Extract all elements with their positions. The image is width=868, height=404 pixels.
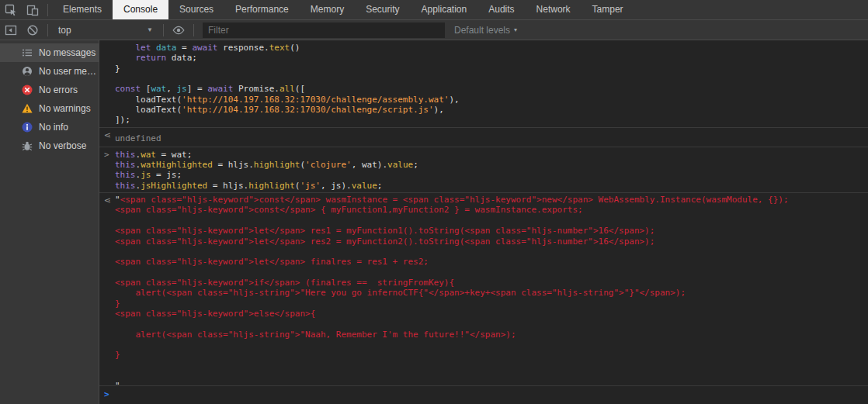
execution-context-label: top [58, 25, 147, 36]
sidebar-item-label: No user me… [39, 66, 96, 77]
divider [193, 24, 194, 36]
code-line: <span class="hljs-keyword">let</span> re… [99, 237, 868, 247]
info-icon [22, 122, 33, 133]
clear-console-icon [26, 24, 39, 36]
code-line [99, 361, 868, 371]
divider [47, 4, 48, 16]
live-expression-button[interactable] [168, 20, 189, 40]
eye-icon [172, 24, 185, 36]
sidebar-item-label: No errors [39, 85, 78, 95]
sidebar-item-label: No info [39, 122, 68, 133]
sidebar-item-info[interactable]: No info [0, 118, 99, 136]
sidebar-item-label: No verbose [39, 140, 86, 151]
code-line: loadText('http://104.197.168.32:17030/ch… [99, 95, 868, 105]
code-line: alert(<span class="hljs-string">"Naah, R… [99, 330, 868, 340]
tab-tamper[interactable]: Tamper [582, 0, 634, 19]
tab-performance[interactable]: Performance [224, 0, 300, 19]
code-line: "<span class="hljs-keyword">const</span>… [99, 195, 868, 205]
result-arrow-icon: ⋖ [104, 196, 111, 205]
code-line: const [wat, js] = await Promise.all([ [99, 84, 868, 94]
console-pane: let data = await response.text() return … [99, 40, 868, 404]
sidebar-item-verbose[interactable]: No verbose [0, 136, 99, 155]
tab-network[interactable]: Network [526, 0, 582, 19]
filter-input[interactable] [203, 22, 445, 38]
code-line: ]); [99, 115, 868, 125]
devtools-tab-bar: Elements Console Sources Performance Mem… [0, 0, 868, 20]
tab-application[interactable]: Application [411, 0, 478, 19]
console-sidebar-toggle-button[interactable] [0, 20, 22, 40]
sidebar-item-label: No warnings [39, 103, 91, 114]
sidebar-item-user-messages[interactable]: No user me… [0, 62, 99, 81]
warning-icon [22, 103, 33, 114]
code-line: loadText('http://104.197.168.32:17030/ch… [99, 105, 868, 115]
tab-security[interactable]: Security [355, 0, 410, 19]
input-chevron-icon: > [104, 150, 109, 160]
console-prompt[interactable]: > [99, 385, 868, 404]
code-line: <span class="hljs-keyword">const</span> … [99, 205, 868, 215]
code-line [99, 340, 868, 350]
device-toolbar-button[interactable] [22, 0, 43, 19]
code-line: this.wat = wat; [99, 150, 868, 160]
default-levels-dropdown[interactable]: Default levels ▾ [454, 25, 517, 36]
code-line [99, 268, 868, 278]
sidebar-toggle-icon [5, 24, 17, 36]
tab-sources[interactable]: Sources [168, 0, 224, 19]
code-line: } [99, 350, 868, 360]
clear-console-button[interactable] [22, 20, 43, 40]
code-line: alert(<span class="hljs-string">"Here yo… [99, 288, 868, 298]
code-line [99, 247, 868, 257]
code-line: this.watHighlighted = hljs.highlight('cl… [99, 160, 868, 170]
code-line: <span class="hljs-keyword">else</span>{ [99, 309, 868, 319]
code-line [99, 216, 868, 226]
execution-context-dropdown[interactable]: top ▼ [52, 25, 159, 36]
result-arrow-icon: ⋖ [104, 131, 111, 140]
error-icon [22, 85, 33, 95]
default-levels-label: Default levels [454, 25, 510, 36]
console-sidebar: No messages No user me… No errors No w [0, 40, 99, 404]
code-line: <span class="hljs-keyword">let</span> re… [99, 226, 868, 236]
console-messages: let data = await response.text() return … [99, 40, 868, 385]
inspect-element-button[interactable] [0, 0, 22, 19]
tab-console[interactable]: Console [113, 0, 168, 19]
sidebar-item-errors[interactable]: No errors [0, 81, 99, 99]
chevron-down-icon: ▾ [514, 26, 517, 33]
code-line [99, 319, 868, 329]
console-result-undefined: ⋖ undefined [99, 128, 868, 147]
chevron-down-icon: ▼ [147, 26, 153, 33]
code-line: this.js = js; [99, 170, 868, 180]
code-line: } [99, 64, 868, 74]
console-message-code: let data = await response.text() return … [99, 40, 868, 128]
user-icon [22, 66, 33, 77]
device-toolbar-icon [26, 4, 39, 16]
inspect-cursor-icon [5, 4, 17, 16]
console-toolbar: top ▼ Default levels ▾ [0, 20, 868, 40]
sidebar-item-warnings[interactable]: No warnings [0, 99, 99, 118]
console-message-input: > this.wat = wat;this.watHighlighted = h… [99, 147, 868, 193]
list-icon [22, 47, 33, 58]
code-line [99, 371, 868, 381]
code-line: } [99, 299, 868, 309]
divider [163, 24, 164, 36]
sidebar-item-label: No messages [39, 47, 95, 58]
code-line [99, 74, 868, 84]
bug-icon [22, 140, 33, 151]
code-line: let data = await response.text() [99, 43, 868, 53]
code-line: this.jsHighlighted = hljs.highlight('js'… [99, 181, 868, 191]
console-content: No messages No user me… No errors No w [0, 40, 868, 404]
tab-elements[interactable]: Elements [52, 0, 113, 19]
tab-audits[interactable]: Audits [477, 0, 525, 19]
code-line: <span class="hljs-keyword">if</span> (fi… [99, 278, 868, 288]
sidebar-item-messages[interactable]: No messages [0, 43, 99, 62]
code-line: <span class="hljs-keyword">let</span> fi… [99, 257, 868, 267]
divider [47, 24, 48, 36]
console-message-string-result: ⋖ "<span class="hljs-keyword">const</spa… [99, 193, 868, 385]
prompt-chevron-icon: > [104, 390, 109, 399]
tab-memory[interactable]: Memory [300, 0, 355, 19]
code-line: return data; [99, 53, 868, 63]
